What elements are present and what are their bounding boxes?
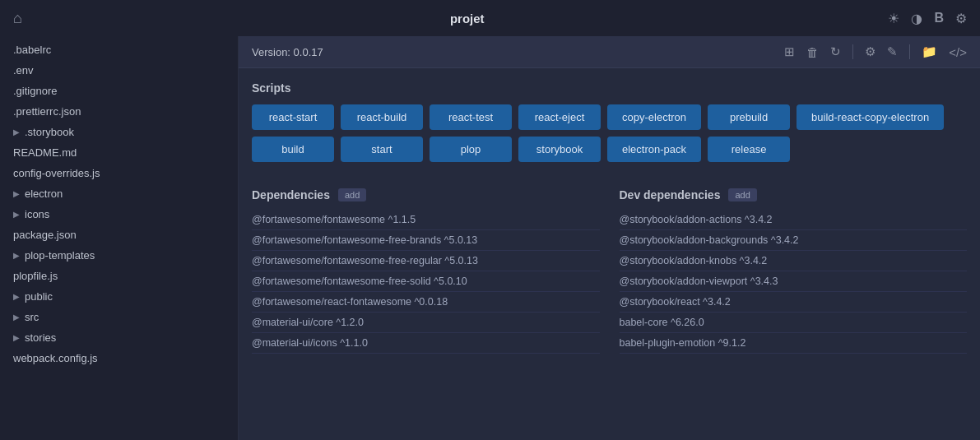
- dep-item: @material-ui/core ^1.2.0: [252, 313, 600, 333]
- code-icon[interactable]: </>: [949, 45, 967, 59]
- settings2-icon[interactable]: ⚙: [865, 44, 875, 59]
- chevron-right-icon: ▶: [13, 251, 20, 260]
- dev-dependencies-add-btn[interactable]: add: [728, 188, 756, 201]
- dev-dep-item: babel-plugin-emotion ^9.1.2: [620, 333, 968, 354]
- scripts-title: Scripts: [252, 81, 967, 95]
- sidebar-item-gitignore[interactable]: .gitignore: [0, 81, 238, 101]
- dev-dep-item: babel-core ^6.26.0: [620, 313, 968, 333]
- dependencies-col: Dependencies add @fortawesome/fontawesom…: [252, 188, 600, 354]
- sidebar-item-config-overrides[interactable]: config-overrides.js: [0, 163, 238, 183]
- sidebar-item-electron[interactable]: ▶ electron: [0, 183, 238, 204]
- app-title: projet: [450, 12, 485, 25]
- dependencies-header: Dependencies add: [252, 188, 600, 201]
- chevron-right-icon: ▶: [13, 189, 20, 198]
- main-layout: .babelrc .env .gitignore .prettierrc.jso…: [0, 36, 980, 440]
- dev-dep-item: @storybook/addon-viewport ^3.4.3: [620, 271, 968, 292]
- sidebar-item-icons[interactable]: ▶ icons: [0, 204, 238, 225]
- dep-item: @fortawesome/fontawesome-free-regular ^5…: [252, 251, 600, 271]
- chevron-right-icon: ▶: [13, 333, 20, 342]
- scripts-section: Scripts react-start react-build react-te…: [239, 68, 980, 188]
- script-btn-electron-pack[interactable]: electron-pack: [607, 137, 701, 162]
- topbar-icons: ☀ ◑ B ⚙: [888, 11, 967, 26]
- dev-dep-item: @storybook/react ^3.4.2: [620, 292, 968, 313]
- settings-icon[interactable]: ⚙: [955, 11, 967, 26]
- refresh-icon[interactable]: ↻: [830, 44, 841, 59]
- sidebar-item-plopfile[interactable]: plopfile.js: [0, 266, 238, 286]
- version-text: Version: 0.0.17: [252, 46, 323, 58]
- script-btn-copy-electron[interactable]: copy-electron: [607, 104, 701, 130]
- bold-icon[interactable]: B: [934, 11, 944, 25]
- chevron-right-icon: ▶: [13, 292, 20, 301]
- dep-item: @fortawesome/react-fontawesome ^0.0.18: [252, 292, 600, 313]
- sidebar-item-package-json[interactable]: package.json: [0, 225, 238, 245]
- script-btn-plop[interactable]: plop: [430, 137, 512, 162]
- sidebar-item-plop-templates[interactable]: ▶ plop-templates: [0, 245, 238, 266]
- script-btn-prebuild[interactable]: prebuild: [708, 104, 790, 130]
- folder-icon[interactable]: 📁: [922, 44, 937, 59]
- scripts-grid: react-start react-build react-test react…: [252, 104, 967, 162]
- chevron-right-icon: ▶: [13, 210, 20, 219]
- script-btn-react-test[interactable]: react-test: [430, 104, 512, 130]
- network-icon[interactable]: ⊞: [784, 44, 795, 59]
- sidebar-item-public[interactable]: ▶ public: [0, 286, 238, 307]
- sidebar-item-src[interactable]: ▶ src: [0, 307, 238, 327]
- sun-icon[interactable]: ☀: [888, 11, 899, 26]
- script-btn-release[interactable]: release: [708, 137, 790, 162]
- separator: [852, 44, 853, 59]
- dev-dep-item: @storybook/addon-backgrounds ^3.4.2: [620, 230, 968, 251]
- sidebar-item-readme[interactable]: README.md: [0, 142, 238, 163]
- version-toolbar: ⊞ 🗑 ↻ ⚙ ✎ 📁 </>: [784, 44, 967, 59]
- dev-dependencies-col: Dev dependencies add @storybook/addon-ac…: [620, 188, 968, 354]
- dep-item: @material-ui/icons ^1.1.0: [252, 333, 600, 354]
- dev-dep-item: @storybook/addon-actions ^3.4.2: [620, 210, 968, 230]
- dep-item: @fortawesome/fontawesome-free-solid ^5.0…: [252, 271, 600, 292]
- script-btn-build-react-copy-electron[interactable]: build-react-copy-electron: [797, 104, 944, 130]
- dependencies-add-btn[interactable]: add: [338, 188, 366, 201]
- dev-dep-item: @storybook/addon-knobs ^3.4.2: [620, 251, 968, 271]
- content-area: Version: 0.0.17 ⊞ 🗑 ↻ ⚙ ✎ 📁 </> Scripts …: [239, 36, 980, 440]
- separator2: [909, 44, 910, 59]
- sidebar-item-env[interactable]: .env: [0, 60, 238, 81]
- dependencies-title: Dependencies: [252, 188, 330, 201]
- contrast-icon[interactable]: ◑: [911, 11, 922, 26]
- deps-section: Dependencies add @fortawesome/fontawesom…: [239, 188, 980, 367]
- script-btn-react-eject[interactable]: react-eject: [518, 104, 601, 130]
- chevron-right-icon: ▶: [13, 313, 20, 322]
- sidebar-item-babelrc[interactable]: .babelrc: [0, 39, 238, 60]
- version-bar: Version: 0.0.17 ⊞ 🗑 ↻ ⚙ ✎ 📁 </>: [239, 36, 980, 68]
- topbar-home[interactable]: ⌂: [13, 10, 46, 27]
- edit-icon[interactable]: ✎: [887, 44, 898, 59]
- chevron-right-icon: ▶: [13, 127, 20, 137]
- dep-item: @fortawesome/fontawesome-free-brands ^5.…: [252, 230, 600, 251]
- dep-item: @fortawesome/fontawesome ^1.1.5: [252, 210, 600, 230]
- script-btn-react-build[interactable]: react-build: [341, 104, 423, 130]
- sidebar-item-stories[interactable]: ▶ stories: [0, 327, 238, 348]
- dev-dependencies-title: Dev dependencies: [620, 188, 721, 201]
- script-btn-build[interactable]: build: [252, 137, 334, 162]
- trash-icon[interactable]: 🗑: [806, 45, 819, 59]
- sidebar: .babelrc .env .gitignore .prettierrc.jso…: [0, 36, 239, 440]
- sidebar-item-prettierrc[interactable]: .prettierrc.json: [0, 101, 238, 122]
- dev-dependencies-header: Dev dependencies add: [620, 188, 968, 201]
- script-btn-react-start[interactable]: react-start: [252, 104, 334, 130]
- script-btn-start[interactable]: start: [341, 137, 423, 162]
- topbar: ⌂ projet ☀ ◑ B ⚙: [0, 0, 980, 36]
- script-btn-storybook[interactable]: storybook: [518, 137, 601, 162]
- sidebar-item-storybook[interactable]: ▶ .storybook: [0, 122, 238, 142]
- sidebar-item-webpack[interactable]: webpack.config.js: [0, 348, 238, 368]
